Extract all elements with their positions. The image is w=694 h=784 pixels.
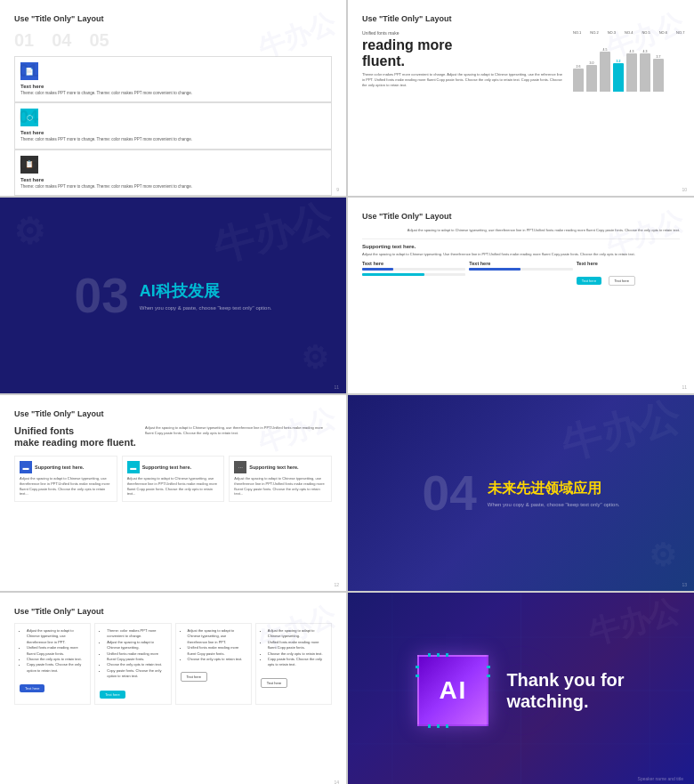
slide-4: Use "Title Only" Layout Adjust the spaci…: [348, 198, 694, 393]
btn-outline-slide4[interactable]: Text here: [609, 276, 635, 286]
slide-2-big2: fluent.: [362, 53, 564, 69]
bar-2-fill: [586, 65, 597, 92]
chip-pin-3: [446, 653, 448, 657]
btn-teal-slide4[interactable]: Text here: [577, 277, 601, 285]
btn-row-3: Text here Text here: [577, 270, 680, 286]
slide-7-pagenum: 14: [334, 780, 339, 784]
list-2: Theme: color makes PPT more convenient t…: [100, 628, 165, 680]
chip-pin-6: [446, 724, 448, 728]
prog-2: [362, 273, 465, 276]
bar-4-fill: [613, 63, 624, 92]
slide-grid: Use "Title Only" Layout 01 04 05 01 📄 Te…: [0, 0, 694, 784]
list-2-item-2: Adjust the spacing to adapt to Chinese t…: [107, 640, 165, 651]
slide-2-left: Unified fonts make reading more fluent. …: [362, 30, 564, 92]
gear-icon-6: ⚙: [649, 537, 676, 573]
list-1-item-1: Adjust the spacing to adapt to Chinese t…: [27, 628, 85, 645]
card5-3-icon: ···: [234, 461, 246, 473]
slide-3: 牛办公 ⚙ ⚙ 03 AI科技发展 When you copy & paste,…: [0, 198, 346, 393]
slide-6-pagenum: 13: [682, 582, 687, 587]
col-2-label: Text here: [469, 261, 572, 266]
slide-3-subtitle: When you copy & paste, choose "keep text…: [140, 305, 272, 311]
prog-2-fill: [362, 273, 424, 276]
btn-col2[interactable]: Text here: [100, 691, 125, 699]
slide-8-inner: AI Thank you for watching.: [417, 607, 624, 774]
card5-1-title: Supporting text here.: [35, 465, 84, 470]
card5-3-title: Supporting text here.: [249, 465, 298, 470]
slide-7-col-1: Adjust the spacing to adapt to Chinese t…: [14, 623, 91, 705]
col-2: Text here: [469, 261, 572, 286]
slide-7: Use "Title Only" Layout Adjust the spaci…: [0, 593, 346, 784]
list-2-item-1: Theme: color makes PPT more convenient t…: [107, 628, 165, 640]
slide-1: Use "Title Only" Layout 01 04 05 01 📄 Te…: [0, 0, 346, 196]
card5-1-header: ▬ Supporting text here.: [20, 461, 112, 473]
list-1-item-4: Copy paste fonts. Choose the only option…: [27, 662, 85, 674]
chip-pin-2: [437, 653, 440, 657]
col-1: Text here: [362, 261, 465, 286]
list-3-item-3: Choose the only opts to retain text.: [188, 657, 246, 662]
speaker-label: Speaker name and title: [638, 776, 683, 781]
chip-pin-10: [487, 675, 490, 677]
bar-6-fill: [640, 53, 650, 92]
btn-row-col3: Text here: [181, 666, 246, 682]
prog-1: [362, 268, 465, 271]
card-1-title: Text here: [20, 84, 326, 89]
bar-1: 2.6: [573, 65, 584, 92]
slide-5-main-title: Unified fonts make reading more fluent.: [14, 425, 136, 449]
bar-2: 3.0: [586, 61, 597, 92]
bar-1-fill: [573, 69, 584, 92]
slide-6-subtitle: When you copy & paste, choose "keep text…: [488, 502, 620, 507]
list-3: Adjust the spacing to adapt to Chinese t…: [181, 628, 246, 662]
watermark-3: 牛办公: [208, 198, 338, 274]
slide-8-thank-text: Thank you for watching.: [506, 669, 624, 712]
slide-1-cards: 01 📄 Text here Theme: color makes PPT mo…: [14, 56, 332, 196]
slide-8: 牛办公 AI Thank you for watching.: [348, 593, 694, 784]
bar-7-fill: [653, 59, 664, 92]
slide-3-content: 03 AI科技发展 When you copy & paste, choose …: [75, 271, 272, 320]
thank-line-1: Thank you for: [506, 669, 624, 691]
thank-line-2: watching.: [506, 691, 624, 712]
gear-icon-3: ⚙: [13, 211, 45, 252]
slide-2-label: Unified fonts make: [362, 30, 564, 36]
card5-2-icon: ▬: [127, 461, 140, 473]
list-4-item-4: Copy paste fonts. Choose the only opts t…: [268, 657, 327, 668]
list-2-item-5: Copy paste fonts. Choose the only option…: [107, 668, 165, 680]
slide-5-title-2: make reading more fluent.: [14, 437, 136, 449]
chip-pin-5: [437, 724, 440, 728]
card5-3-body: Adjust the spacing to adapt to Chinese t…: [234, 476, 327, 496]
btn-col4[interactable]: Text here: [261, 678, 287, 688]
num-04: 04: [52, 30, 71, 51]
card5-2-body: Adjust the spacing to adapt to Chinese t…: [127, 476, 220, 496]
list-1: Adjust the spacing to adapt to Chinese t…: [20, 628, 85, 674]
btn-col1[interactable]: Text here: [20, 684, 44, 692]
slide-7-col-2: Theme: color makes PPT more convenient t…: [94, 623, 171, 705]
list-3-item-2: Unified fonts make reading more fluent C…: [188, 645, 246, 657]
btn-row-col2: Text here: [100, 683, 165, 699]
card-2-body: Theme: color makes PPT more to change. T…: [20, 137, 326, 142]
ai-label: AI: [439, 676, 467, 705]
prog-3: [469, 268, 572, 271]
slide-2-desc: Theme color makes PPT more convenient to…: [362, 72, 564, 88]
btn-row-col1: Text here: [20, 677, 85, 693]
btn-col3[interactable]: Text here: [181, 672, 207, 682]
chip-pin-1: [428, 653, 431, 657]
slide-2: Use "Title Only" Layout Unified fonts ma…: [348, 0, 694, 196]
list-2-item-3: Unified fonts make reading more fluent C…: [107, 651, 165, 663]
slide-3-pagenum: 11: [334, 384, 339, 390]
slide-5-card-2: ▬ Supporting text here. Adjust the spaci…: [122, 456, 225, 501]
card5-2-title: Supporting text here.: [142, 465, 191, 470]
slide-6-content: 04 未来先进领域应用 When you copy & paste, choos…: [423, 469, 620, 518]
card5-1-body: Adjust the spacing to adapt to Chinese t…: [20, 476, 112, 496]
slide-5: Use "Title Only" Layout Unified fonts ma…: [0, 395, 346, 591]
prog-1-fill: [362, 268, 393, 271]
col-3: Text here Text here Text here: [577, 261, 680, 286]
chip-pin-4: [428, 724, 431, 728]
chip-pin-8: [416, 675, 419, 677]
bar-3-fill: [600, 52, 610, 92]
slide-2-pagenum: 10: [682, 187, 687, 192]
num-05: 05: [90, 30, 109, 51]
slide-1-card-2: 04 ⬡ Text here Theme: color makes PPT mo…: [14, 102, 332, 149]
gear-icon-3b: ⚙: [301, 340, 328, 376]
slide-6-text: 未来先进领域应用 When you copy & paste, choose "…: [488, 480, 620, 507]
ai-chip: AI: [417, 655, 488, 726]
bar-7: 3.7: [653, 55, 664, 92]
